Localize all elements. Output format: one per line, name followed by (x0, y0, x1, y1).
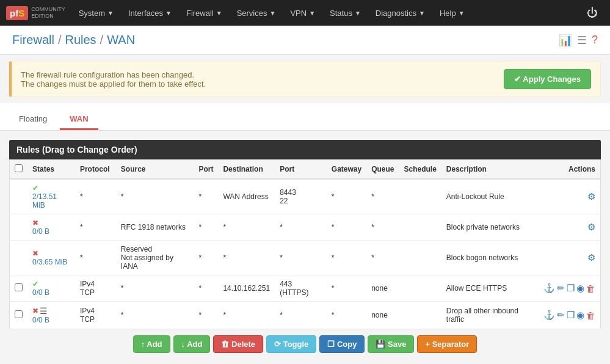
row-states-cell: ✔ 2/13.51 MiB (27, 179, 75, 214)
table-row: ✔ 0/0 B IPv4 TCP * * 14.10.162.251 443 (… (10, 275, 601, 302)
row-checkbox-cell (10, 241, 28, 275)
row-actions-cell: ⚙ (539, 179, 601, 214)
separator-button[interactable]: + Separator (417, 335, 477, 353)
row-checkbox[interactable] (15, 310, 23, 318)
settings-icon[interactable]: ⚙ (587, 191, 595, 202)
row-dstport-cell: * (275, 214, 327, 241)
list-icon: ☰ (40, 306, 48, 316)
rules-table: States Protocol Source Port Destination … (9, 159, 601, 329)
row-queue-cell: * (366, 214, 399, 241)
tab-wan[interactable]: WAN (60, 109, 98, 130)
main-nav: System ▼ Interfaces ▼ Firewall ▼ Service… (71, 0, 472, 26)
row-source-cell: * (116, 179, 194, 214)
alert-line-1: The firewall rule configuration has been… (21, 70, 206, 79)
breadcrumb-firewall[interactable]: Firewall (12, 33, 54, 47)
nav-interfaces-link[interactable]: Interfaces ▼ (121, 0, 179, 26)
row-states-cell: ✖ 0/0 B (27, 214, 75, 241)
states-link[interactable]: 0/3.65 MiB (32, 258, 67, 266)
enabled-icon: ✔ (32, 184, 38, 192)
chart-icon[interactable]: 📊 (559, 34, 572, 47)
states-link[interactable]: 0/0 B (32, 316, 49, 324)
alert-line-2: The changes must be applied for them to … (21, 79, 206, 89)
row-states-cell: ✔ 0/0 B (27, 275, 75, 302)
row-destination-cell: WAN Address (218, 179, 275, 214)
row-destination-cell: * (218, 302, 275, 329)
row-actions-cell: ⚓ ✏ ❐ ◉ 🗑 (539, 275, 601, 302)
row-description-cell: Block private networks (441, 214, 539, 241)
col-source: Source (116, 160, 194, 180)
caret-icon: ▼ (270, 10, 276, 16)
nav-diagnostics[interactable]: Diagnostics ▼ (368, 0, 432, 26)
delete-icon[interactable]: 🗑 (586, 310, 595, 321)
col-actions: Actions (539, 160, 601, 180)
toggle-button[interactable]: ⟳ Toggle (266, 335, 316, 353)
row-queue-cell: * (366, 241, 399, 275)
states-link[interactable]: 0/0 B (32, 288, 49, 297)
apply-changes-button[interactable]: ✔ Apply Changes (504, 69, 591, 89)
main-content: Rules (Drag to Change Order) States Prot… (0, 131, 610, 364)
disabled-icon: ✖ (32, 249, 38, 258)
table-row: ✖ 0/0 B * RFC 1918 networks * * * * * Bl… (10, 214, 601, 241)
col-description: Description (441, 160, 539, 180)
row-checkbox-cell (10, 179, 28, 214)
settings-icon[interactable]: ⚙ (587, 222, 595, 233)
delete-button[interactable]: 🗑 Delete (213, 335, 263, 353)
anchor-icon[interactable]: ⚓ (543, 283, 555, 294)
nav-status-link[interactable]: Status ▼ (322, 0, 368, 26)
disable-icon[interactable]: ◉ (576, 310, 584, 321)
settings-icon[interactable]: ⚙ (587, 252, 595, 263)
disable-icon[interactable]: ◉ (576, 283, 584, 294)
caret-icon: ▼ (459, 10, 465, 16)
row-protocol-cell: IPv4 TCP (75, 302, 116, 329)
add-down-button[interactable]: ↓ Add (173, 335, 211, 353)
caret-icon: ▼ (107, 10, 114, 16)
breadcrumb-sep-2: / (100, 33, 104, 47)
col-states: States (27, 160, 75, 180)
nav-help[interactable]: Help ▼ (432, 0, 472, 26)
nav-interfaces[interactable]: Interfaces ▼ (121, 0, 179, 26)
row-source-cell: * (116, 302, 194, 329)
breadcrumb-current: WAN (107, 33, 135, 47)
select-all-checkbox[interactable] (15, 164, 23, 172)
copy-button[interactable]: ❐ Copy (319, 335, 365, 353)
nav-services[interactable]: Services ▼ (230, 0, 283, 26)
row-checkbox-cell (10, 275, 28, 302)
col-checkbox (10, 160, 28, 180)
nav-services-link[interactable]: Services ▼ (230, 0, 283, 26)
delete-icon[interactable]: 🗑 (586, 283, 595, 294)
copy-icon[interactable]: ❐ (567, 283, 575, 294)
add-up-button[interactable]: ↑ Add (133, 335, 170, 353)
edit-icon[interactable]: ✏ (557, 283, 565, 294)
nav-status[interactable]: Status ▼ (322, 0, 368, 26)
list-icon[interactable]: ☰ (577, 34, 587, 47)
nav-system[interactable]: System ▼ (71, 0, 121, 26)
state-icons: ✖ ☰ (32, 306, 70, 316)
row-queue-cell: * (366, 179, 399, 214)
anchor-icon[interactable]: ⚓ (543, 310, 555, 321)
nav-help-link[interactable]: Help ▼ (432, 0, 472, 26)
states-link[interactable]: 2/13.51 MiB (32, 192, 57, 209)
row-checkbox-cell (10, 302, 28, 329)
row-protocol-cell: IPv4 TCP (75, 275, 116, 302)
tab-floating[interactable]: Floating (9, 109, 57, 130)
nav-firewall-link[interactable]: Firewall ▼ (179, 0, 230, 26)
save-button[interactable]: 💾 Save (368, 335, 414, 353)
caret-icon: ▼ (216, 10, 222, 16)
copy-icon[interactable]: ❐ (567, 310, 575, 321)
row-checkbox[interactable] (15, 283, 23, 291)
edit-icon[interactable]: ✏ (557, 310, 565, 321)
row-gateway-cell: * (327, 275, 366, 302)
logout-icon[interactable]: ⏻ (581, 7, 604, 20)
help-icon[interactable]: ? (592, 34, 598, 46)
nav-vpn-link[interactable]: VPN ▼ (283, 0, 322, 26)
row-states-cell: ✖ ☰ 0/0 B (27, 302, 75, 329)
nav-vpn[interactable]: VPN ▼ (283, 0, 322, 26)
col-queue: Queue (366, 160, 399, 180)
breadcrumb-rules[interactable]: Rules (65, 33, 96, 47)
nav-firewall[interactable]: Firewall ▼ (179, 0, 230, 26)
states-link[interactable]: 0/0 B (32, 227, 49, 236)
nav-diagnostics-link[interactable]: Diagnostics ▼ (368, 0, 432, 26)
nav-system-link[interactable]: System ▼ (71, 0, 121, 26)
action-icons: ⚙ (543, 191, 595, 202)
row-schedule-cell (399, 275, 441, 302)
